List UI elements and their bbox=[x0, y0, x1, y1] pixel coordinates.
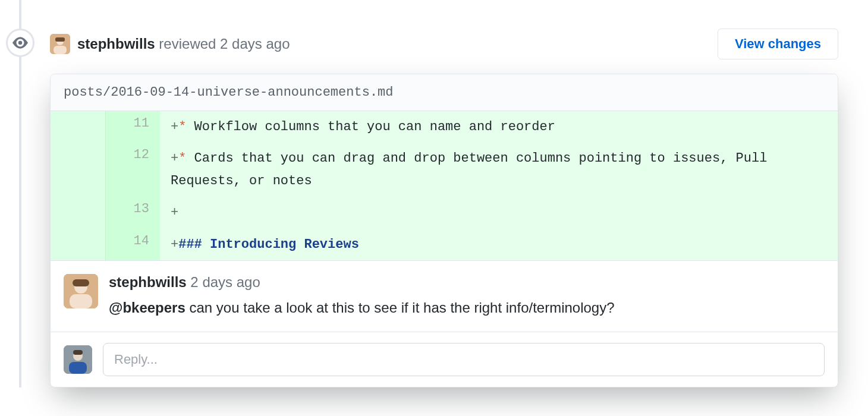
avatar[interactable] bbox=[64, 345, 92, 374]
old-line-number[interactable] bbox=[51, 143, 105, 197]
old-line-number[interactable] bbox=[51, 197, 105, 228]
review-timeline: stephbwills reviewed 2 days ago View cha… bbox=[0, 0, 868, 387]
comment-timestamp[interactable]: 2 days ago bbox=[190, 274, 260, 290]
old-line-number[interactable] bbox=[51, 111, 105, 143]
review-card: posts/2016-09-14-universe-announcements.… bbox=[50, 74, 838, 387]
old-line-number[interactable] bbox=[51, 229, 105, 260]
new-line-number[interactable]: 14 bbox=[105, 229, 160, 260]
new-line-number[interactable]: 13 bbox=[105, 197, 160, 228]
avatar[interactable] bbox=[50, 34, 70, 54]
code-content: +* Workflow columns that you can name an… bbox=[160, 111, 838, 143]
code-content: +### Introducing Reviews bbox=[160, 229, 838, 260]
svg-rect-10 bbox=[69, 362, 87, 374]
diff-line: 11 +* Workflow columns that you can name… bbox=[51, 111, 838, 143]
reply-row bbox=[51, 332, 838, 387]
review-header: stephbwills reviewed 2 days ago View cha… bbox=[50, 8, 838, 74]
svg-rect-3 bbox=[55, 37, 65, 42]
comment-body: @bkeepers can you take a look at this to… bbox=[109, 297, 825, 319]
diff-table: 11 +* Workflow columns that you can name… bbox=[51, 111, 838, 260]
review-action-text: reviewed 2 days ago bbox=[159, 36, 290, 52]
eye-icon bbox=[6, 29, 34, 57]
svg-rect-11 bbox=[73, 350, 83, 355]
view-changes-button[interactable]: View changes bbox=[718, 29, 838, 59]
review-comment: stephbwills 2 days ago @bkeepers can you… bbox=[51, 260, 838, 332]
review-author-link[interactable]: stephbwills bbox=[77, 36, 155, 52]
file-path[interactable]: posts/2016-09-14-universe-announcements.… bbox=[51, 74, 838, 111]
diff-line: 13 + bbox=[51, 197, 838, 228]
comment-author-link[interactable]: stephbwills bbox=[109, 274, 187, 290]
code-content: +* Cards that you can drag and drop betw… bbox=[160, 143, 838, 197]
svg-rect-2 bbox=[54, 46, 67, 54]
new-line-number[interactable]: 11 bbox=[105, 111, 160, 143]
timeline-line bbox=[19, 0, 21, 387]
reply-input[interactable] bbox=[103, 343, 825, 376]
svg-rect-6 bbox=[70, 294, 92, 308]
avatar[interactable] bbox=[64, 274, 98, 308]
new-line-number[interactable]: 12 bbox=[105, 143, 160, 197]
diff-line: 14 +### Introducing Reviews bbox=[51, 229, 838, 260]
user-mention[interactable]: @bkeepers bbox=[109, 300, 185, 316]
code-content: + bbox=[160, 197, 838, 228]
diff-line: 12 +* Cards that you can drag and drop b… bbox=[51, 143, 838, 197]
svg-rect-7 bbox=[73, 279, 89, 286]
